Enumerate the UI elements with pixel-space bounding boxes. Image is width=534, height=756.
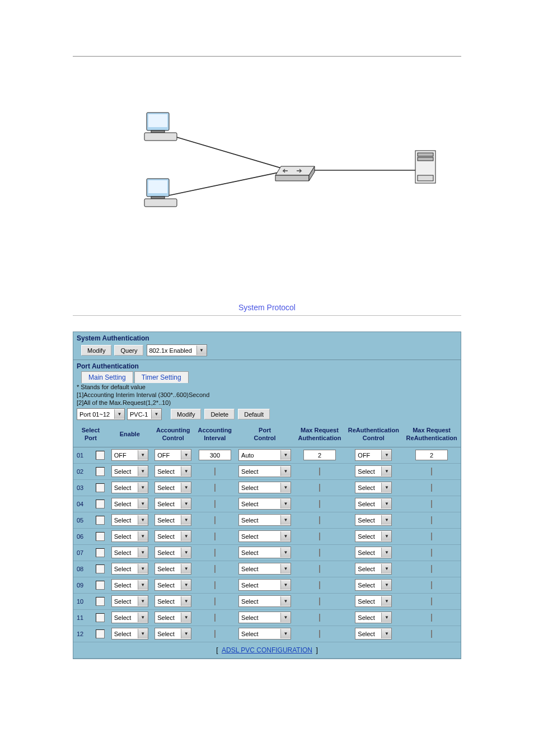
row-input[interactable]: [319, 614, 320, 622]
row-input[interactable]: [214, 598, 216, 605]
row-input[interactable]: [214, 484, 216, 492]
row-select[interactable]: Select ▼: [355, 547, 392, 558]
row-input[interactable]: [431, 468, 432, 475]
row-input[interactable]: [431, 500, 432, 508]
row-input[interactable]: [214, 565, 216, 573]
row-checkbox[interactable]: [96, 532, 105, 541]
row-select[interactable]: Select ▼: [154, 498, 191, 510]
row-input[interactable]: [415, 450, 448, 460]
row-select[interactable]: Select ▼: [154, 595, 191, 607]
row-select[interactable]: Select ▼: [111, 530, 148, 542]
row-select[interactable]: Select ▼: [111, 563, 148, 575]
row-select[interactable]: Select ▼: [154, 579, 191, 591]
row-select[interactable]: Select ▼: [355, 498, 392, 510]
row-checkbox[interactable]: [96, 516, 105, 525]
row-select[interactable]: OFF ▼: [355, 449, 392, 461]
row-select[interactable]: Select ▼: [238, 612, 291, 623]
row-select[interactable]: Select ▼: [355, 628, 392, 640]
row-input[interactable]: [319, 598, 320, 605]
row-input[interactable]: [319, 565, 320, 573]
row-select[interactable]: Select ▼: [355, 612, 392, 623]
row-checkbox[interactable]: [96, 500, 105, 508]
pvc-select[interactable]: PVC-1 ▼: [127, 408, 162, 420]
row-select[interactable]: Select ▼: [238, 482, 291, 493]
row-select[interactable]: Select ▼: [154, 628, 191, 640]
row-select[interactable]: Select ▼: [111, 482, 148, 493]
row-checkbox[interactable]: [96, 564, 105, 573]
row-select[interactable]: Select ▼: [111, 595, 148, 607]
row-select[interactable]: Select ▼: [355, 482, 392, 493]
row-input[interactable]: [319, 630, 320, 638]
row-select[interactable]: Select ▼: [355, 595, 392, 607]
row-input[interactable]: [431, 581, 432, 589]
row-checkbox[interactable]: [96, 613, 105, 622]
row-select[interactable]: Select ▼: [111, 547, 148, 558]
row-input[interactable]: [319, 549, 320, 557]
row-input[interactable]: [319, 533, 320, 540]
sysauth-state-select[interactable]: 802.1x Enabled ▼: [147, 344, 207, 356]
sysauth-query-button[interactable]: Query: [114, 345, 143, 356]
row-select[interactable]: Select ▼: [154, 514, 191, 526]
row-select[interactable]: Select ▼: [154, 482, 191, 493]
row-select[interactable]: Select ▼: [355, 530, 392, 542]
row-select[interactable]: OFF ▼: [111, 449, 148, 461]
row-checkbox[interactable]: [96, 629, 105, 638]
row-select[interactable]: Select ▼: [238, 465, 291, 477]
row-input[interactable]: [214, 516, 216, 524]
row-input[interactable]: [431, 516, 432, 524]
row-input[interactable]: [319, 581, 320, 589]
row-input[interactable]: [214, 549, 216, 557]
row-input[interactable]: [214, 614, 216, 622]
row-input[interactable]: [214, 630, 216, 638]
tab-main-setting[interactable]: Main Setting: [81, 371, 133, 383]
row-select[interactable]: Select ▼: [238, 563, 291, 575]
row-input[interactable]: [431, 598, 432, 605]
row-select[interactable]: Select ▼: [111, 579, 148, 591]
adsl-pvc-config-link[interactable]: ADSL PVC CONFIGURATION: [222, 646, 312, 654]
row-checkbox[interactable]: [96, 467, 105, 476]
row-input[interactable]: [214, 468, 216, 475]
port-modify-button[interactable]: Modify: [171, 409, 201, 419]
sysauth-modify-button[interactable]: Modify: [81, 345, 111, 356]
row-select[interactable]: Select ▼: [355, 563, 392, 575]
row-input[interactable]: [199, 450, 231, 460]
row-select[interactable]: Select ▼: [154, 563, 191, 575]
port-delete-button[interactable]: Delete: [204, 409, 235, 419]
row-select[interactable]: Select ▼: [154, 530, 191, 542]
row-select[interactable]: Select ▼: [238, 628, 291, 640]
port-range-select[interactable]: Port 01~12 ▼: [77, 408, 125, 420]
row-input[interactable]: [431, 549, 432, 557]
row-select[interactable]: Select ▼: [111, 612, 148, 623]
row-input[interactable]: [214, 581, 216, 589]
row-select[interactable]: Select ▼: [238, 498, 291, 510]
row-select[interactable]: OFF ▼: [154, 449, 191, 461]
row-input[interactable]: [319, 516, 320, 524]
row-select[interactable]: Select ▼: [238, 595, 291, 607]
row-input[interactable]: [214, 500, 216, 508]
row-input[interactable]: [431, 484, 432, 492]
row-input[interactable]: [303, 450, 336, 460]
row-select[interactable]: Select ▼: [111, 498, 148, 510]
row-input[interactable]: [319, 500, 320, 508]
row-select[interactable]: Select ▼: [154, 465, 191, 477]
row-select[interactable]: Select ▼: [355, 465, 392, 477]
row-input[interactable]: [431, 630, 432, 638]
row-select[interactable]: Select ▼: [238, 530, 291, 542]
row-input[interactable]: [431, 614, 432, 622]
row-select[interactable]: Select ▼: [111, 628, 148, 640]
row-select[interactable]: Auto ▼: [238, 449, 291, 461]
row-select[interactable]: Select ▼: [238, 547, 291, 558]
row-select[interactable]: Select ▼: [154, 547, 191, 558]
row-checkbox[interactable]: [96, 451, 105, 460]
row-input[interactable]: [214, 533, 216, 540]
tab-timer-setting[interactable]: Timer Setting: [134, 371, 189, 383]
row-select[interactable]: Select ▼: [111, 514, 148, 526]
port-default-button[interactable]: Default: [238, 409, 270, 419]
row-input[interactable]: [319, 468, 320, 475]
row-select[interactable]: Select ▼: [238, 579, 291, 591]
row-select[interactable]: Select ▼: [154, 612, 191, 623]
row-checkbox[interactable]: [96, 581, 105, 590]
row-input[interactable]: [431, 533, 432, 540]
row-checkbox[interactable]: [96, 597, 105, 606]
row-input[interactable]: [431, 565, 432, 573]
